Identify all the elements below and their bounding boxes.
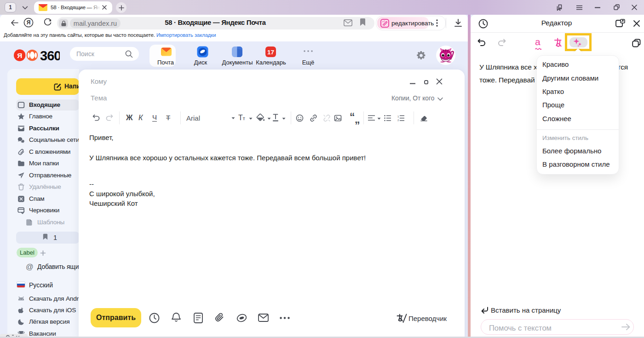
svg-text:360: 360 bbox=[40, 49, 60, 62]
svg-text:Я: Я bbox=[27, 19, 31, 26]
svg-text:2: 2 bbox=[397, 119, 399, 121]
svg-text:1: 1 bbox=[397, 115, 399, 118]
svg-text:Я: Я bbox=[17, 52, 22, 59]
svg-text:17: 17 bbox=[267, 49, 274, 56]
